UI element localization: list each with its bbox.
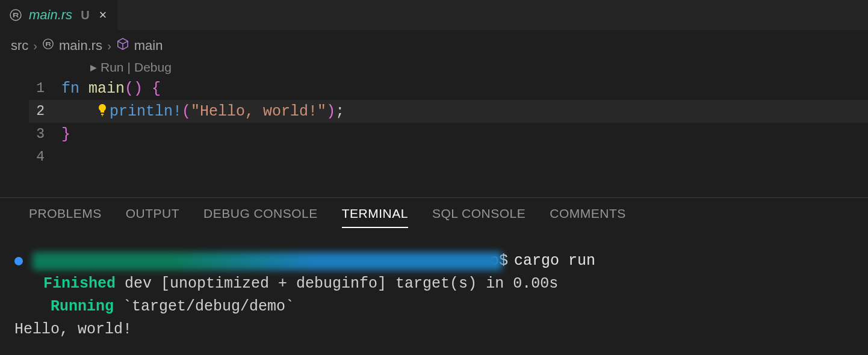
rust-icon (8, 8, 23, 22)
chevron-right-icon: › (107, 39, 111, 53)
line-number: 2 (29, 103, 61, 119)
terminal-program-output: Hello, world! (14, 318, 844, 341)
breadcrumb-folder[interactable]: src (11, 38, 28, 54)
terminal-status: Running (51, 298, 114, 315)
svg-point-1 (43, 39, 53, 49)
line-number: 4 (29, 149, 61, 165)
code-line-2[interactable]: 2 println!("Hello, world!"); (29, 100, 868, 123)
breadcrumb: src › main.rs › main (0, 30, 868, 58)
tab-problems[interactable]: PROBLEMS (29, 206, 102, 228)
terminal-status: Finished (43, 275, 116, 292)
dirty-indicator-icon (14, 257, 23, 265)
terminal-output-line: Running `target/debug/demo` (14, 295, 844, 318)
tab-output[interactable]: OUTPUT (126, 206, 179, 228)
panel-tabs: PROBLEMS OUTPUT DEBUG CONSOLE TERMINAL S… (0, 198, 868, 228)
tab-comments[interactable]: COMMENTS (550, 206, 626, 228)
tab-sql-console[interactable]: SQL CONSOLE (432, 206, 525, 228)
codelens-separator: | (128, 60, 131, 75)
terminal-command: cargo run (514, 250, 595, 273)
editor-tab-main-rs[interactable]: main.rs U × (0, 0, 117, 30)
tab-status: U (81, 8, 89, 22)
code-line-4[interactable]: 4 (29, 146, 868, 168)
rust-icon (42, 38, 54, 54)
chevron-right-icon: › (33, 39, 37, 53)
line-number: 1 (29, 81, 61, 96)
svg-point-0 (10, 10, 21, 20)
play-icon: ▶ (90, 63, 97, 72)
breadcrumb-file[interactable]: main.rs (59, 38, 102, 54)
tab-bar: main.rs U × (0, 0, 868, 30)
terminal-prompt-redacted (33, 252, 502, 270)
codelens-debug[interactable]: Debug (134, 60, 172, 75)
lightbulb-icon[interactable] (95, 103, 110, 117)
codelens: ▶ Run | Debug (29, 58, 868, 77)
line-number: 3 (29, 126, 61, 142)
terminal-prompt-line: o$ cargo run (14, 250, 844, 273)
terminal-panel[interactable]: o$ cargo run Finished dev [unoptimized +… (0, 228, 868, 341)
codelens-run[interactable]: Run (101, 60, 124, 75)
tab-filename: main.rs (29, 7, 72, 23)
close-icon[interactable]: × (99, 7, 107, 23)
symbol-function-icon (116, 37, 129, 54)
breadcrumb-symbol[interactable]: main (134, 38, 163, 54)
code-line-1[interactable]: 1 fn main() { (29, 77, 868, 100)
terminal-output-line: Finished dev [unoptimized + debuginfo] t… (14, 273, 844, 295)
tab-terminal[interactable]: TERMINAL (342, 206, 408, 228)
code-editor[interactable]: ▶ Run | Debug 1 fn main() { 2 println!("… (0, 58, 868, 168)
tab-debug-console[interactable]: DEBUG CONSOLE (203, 206, 318, 228)
code-line-3[interactable]: 3 } (29, 123, 868, 146)
